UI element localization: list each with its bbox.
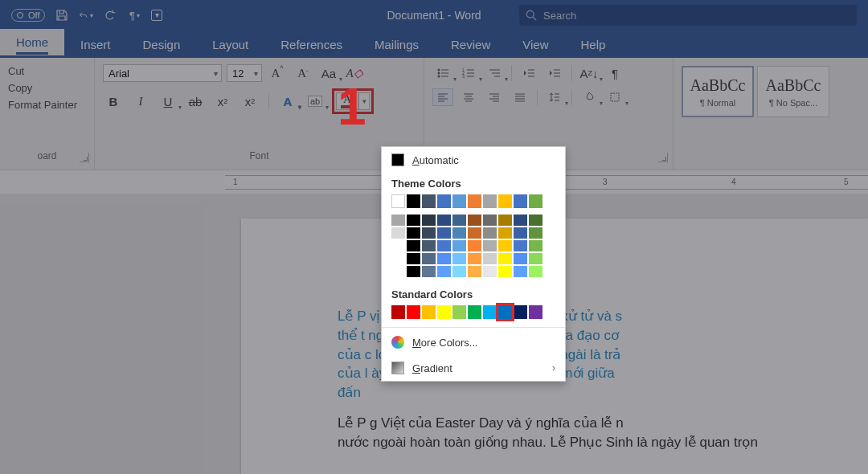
decrease-font-icon[interactable]: Aˇ: [293, 64, 313, 82]
tab-help[interactable]: Help: [564, 31, 621, 58]
redo-icon[interactable]: [103, 8, 117, 22]
theme-shade-swatch[interactable]: [529, 215, 542, 226]
theme-shade-swatch[interactable]: [514, 240, 527, 251]
tab-insert[interactable]: Insert: [64, 31, 127, 58]
standard-color-swatch[interactable]: [452, 305, 466, 319]
style-no-spacing[interactable]: AaBbCc ¶ No Spac...: [757, 66, 829, 117]
theme-shade-swatch[interactable]: [437, 253, 451, 264]
theme-color-swatch[interactable]: [529, 194, 542, 208]
theme-shade-swatch[interactable]: [391, 240, 405, 251]
cut-button[interactable]: Cut: [8, 63, 86, 80]
theme-shade-swatch[interactable]: [452, 253, 466, 264]
copy-button[interactable]: Copy: [8, 80, 86, 96]
subscript-button[interactable]: x2: [212, 92, 233, 110]
change-case-icon[interactable]: Aa: [318, 64, 339, 82]
tab-review[interactable]: Review: [435, 31, 506, 58]
text-effects-icon[interactable]: A: [277, 92, 298, 110]
theme-shade-swatch[interactable]: [407, 227, 420, 239]
theme-shade-swatch[interactable]: [422, 266, 436, 277]
theme-shade-swatch[interactable]: [407, 253, 420, 264]
theme-shade-swatch[interactable]: [437, 227, 451, 239]
superscript-button[interactable]: x2: [240, 92, 260, 110]
increase-indent-icon[interactable]: [544, 64, 565, 82]
theme-shade-swatch[interactable]: [437, 215, 451, 226]
theme-shade-swatch[interactable]: [498, 215, 512, 226]
theme-shade-swatch[interactable]: [529, 253, 542, 264]
undo-icon[interactable]: ▾: [79, 8, 93, 22]
search-box[interactable]: Search: [519, 5, 857, 26]
numbering-icon[interactable]: 123: [458, 64, 479, 82]
standard-color-swatch[interactable]: [483, 305, 497, 319]
theme-color-swatch[interactable]: [514, 194, 527, 208]
qat-customize-icon[interactable]: ▾: [151, 10, 162, 21]
theme-color-swatch[interactable]: [422, 194, 436, 208]
theme-color-swatch[interactable]: [468, 194, 481, 208]
theme-shade-swatch[interactable]: [468, 227, 481, 239]
theme-color-swatch[interactable]: [407, 194, 420, 208]
theme-shade-swatch[interactable]: [468, 240, 481, 251]
theme-shade-swatch[interactable]: [483, 266, 497, 277]
theme-shade-swatch[interactable]: [407, 240, 420, 251]
align-center-icon[interactable]: [458, 88, 479, 106]
italic-button[interactable]: I: [130, 92, 151, 110]
tab-view[interactable]: View: [506, 31, 564, 58]
standard-color-swatch[interactable]: [514, 305, 527, 319]
theme-shade-swatch[interactable]: [529, 240, 542, 251]
line-spacing-icon[interactable]: [544, 88, 565, 106]
format-painter-button[interactable]: Format Painter: [8, 96, 86, 113]
theme-shade-swatch[interactable]: [483, 253, 497, 264]
bullets-icon[interactable]: [432, 64, 453, 82]
standard-color-swatch[interactable]: [407, 305, 420, 319]
theme-shade-swatch[interactable]: [468, 253, 481, 264]
theme-shade-swatch[interactable]: [529, 227, 542, 239]
sort-icon[interactable]: AZ↓: [579, 64, 600, 82]
theme-shade-swatch[interactable]: [452, 266, 466, 277]
document-paragraph-2[interactable]: Lễ P g Việt của Easter Day và ý nghĩa củ…: [338, 414, 844, 452]
theme-shade-swatch[interactable]: [514, 253, 527, 264]
standard-color-swatch[interactable]: [437, 305, 451, 319]
theme-shade-swatch[interactable]: [483, 240, 497, 251]
theme-shade-swatch[interactable]: [468, 215, 481, 226]
theme-shade-swatch[interactable]: [437, 240, 451, 251]
theme-shade-swatch[interactable]: [422, 253, 436, 264]
tab-design[interactable]: Design: [127, 31, 197, 58]
tab-layout[interactable]: Layout: [196, 31, 264, 58]
standard-color-swatch[interactable]: [468, 305, 481, 319]
theme-shade-swatch[interactable]: [452, 227, 466, 239]
font-name-combo[interactable]: Arial▾: [103, 64, 222, 82]
font-color-button[interactable]: A: [336, 92, 358, 110]
multilevel-list-icon[interactable]: [484, 64, 505, 82]
borders-icon[interactable]: [604, 88, 625, 106]
bold-button[interactable]: B: [103, 92, 124, 110]
theme-shade-swatch[interactable]: [437, 266, 451, 277]
style-normal[interactable]: AaBbCc ¶ Normal: [682, 66, 754, 117]
theme-shade-swatch[interactable]: [391, 227, 405, 239]
theme-color-swatch[interactable]: [498, 194, 512, 208]
font-color-dropdown-button[interactable]: ▾: [358, 92, 370, 110]
automatic-color-item[interactable]: Automatic: [382, 147, 565, 173]
underline-button[interactable]: U: [158, 92, 178, 110]
theme-color-swatch[interactable]: [437, 194, 451, 208]
standard-color-swatch[interactable]: [529, 305, 542, 319]
shading-icon[interactable]: [579, 88, 600, 106]
highlight-color-icon[interactable]: ab: [305, 92, 326, 110]
show-marks-icon[interactable]: ¶: [604, 64, 625, 82]
increase-font-icon[interactable]: A^: [267, 64, 288, 82]
theme-shade-swatch[interactable]: [529, 266, 542, 277]
theme-shade-swatch[interactable]: [483, 227, 497, 239]
tab-references[interactable]: References: [264, 31, 358, 58]
theme-shade-swatch[interactable]: [498, 240, 512, 251]
theme-shade-swatch[interactable]: [468, 266, 481, 277]
pilcrow-icon[interactable]: ¶▾: [127, 8, 141, 22]
clear-formatting-icon[interactable]: A◇: [344, 64, 365, 82]
justify-icon[interactable]: [510, 88, 530, 106]
theme-shade-swatch[interactable]: [391, 253, 405, 264]
theme-shade-swatch[interactable]: [391, 215, 405, 226]
theme-shade-swatch[interactable]: [498, 227, 512, 239]
theme-color-swatch[interactable]: [391, 194, 405, 208]
theme-shade-swatch[interactable]: [452, 240, 466, 251]
theme-shade-swatch[interactable]: [407, 266, 420, 277]
theme-color-swatch[interactable]: [452, 194, 466, 208]
theme-shade-swatch[interactable]: [452, 215, 466, 226]
align-right-icon[interactable]: [484, 88, 505, 106]
